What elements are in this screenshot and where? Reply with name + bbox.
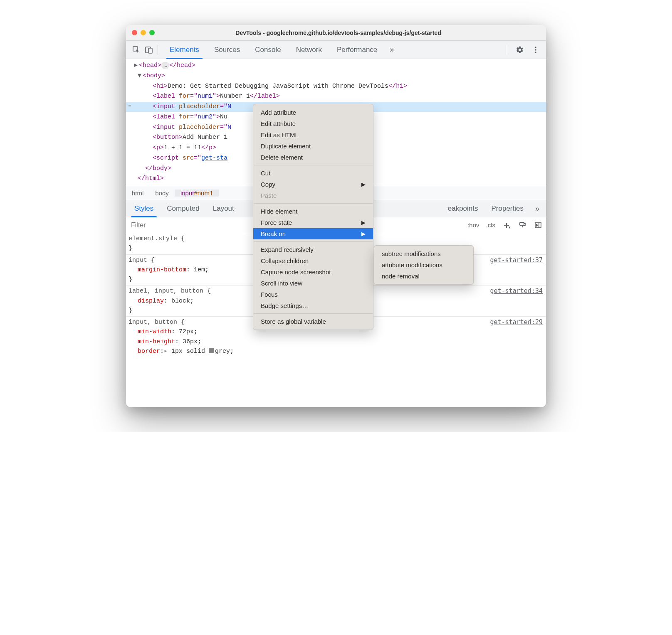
- crumb-body[interactable]: body: [149, 190, 175, 197]
- main-toolbar: Elements Sources Console Network Perform…: [126, 41, 546, 59]
- crumb-selected[interactable]: input#num1: [175, 190, 219, 197]
- ctx-scroll-into-view[interactable]: Scroll into view: [253, 278, 373, 289]
- kebab-menu-icon[interactable]: [529, 44, 542, 56]
- svg-point-4: [535, 49, 536, 51]
- tab-performance[interactable]: Performance: [329, 41, 385, 59]
- rule-source-link[interactable]: get-started:37: [490, 256, 543, 265]
- ctx-subtree-modifications[interactable]: subtree modifications: [374, 248, 473, 259]
- subtab-layout[interactable]: Layout: [206, 200, 241, 217]
- ctx-hide-element[interactable]: Hide element: [253, 206, 373, 217]
- tab-console[interactable]: Console: [247, 41, 288, 59]
- paint-icon[interactable]: [518, 221, 527, 230]
- color-swatch-icon[interactable]: [209, 348, 214, 353]
- context-submenu-break-on: subtree modifications attribute modifica…: [374, 245, 474, 285]
- dom-body-open[interactable]: ▼<body>: [126, 71, 546, 81]
- cls-toggle[interactable]: .cls: [486, 222, 496, 229]
- ctx-separator: [254, 203, 373, 204]
- svg-point-3: [535, 47, 536, 48]
- ctx-cut[interactable]: Cut: [253, 167, 373, 179]
- ctx-node-removal[interactable]: node removal: [374, 271, 473, 282]
- panel-tabs: Elements Sources Console Network Perform…: [162, 41, 399, 59]
- ctx-badge-settings[interactable]: Badge settings…: [253, 300, 373, 311]
- toolbar-divider: [158, 45, 158, 55]
- ctx-collapse-children[interactable]: Collapse children: [253, 255, 373, 266]
- sidebar-toggle-icon[interactable]: [534, 221, 543, 230]
- ctx-copy[interactable]: Copy▶: [253, 179, 373, 190]
- dom-head[interactable]: ▶<head>…</head>: [126, 61, 546, 71]
- subtab-properties[interactable]: Properties: [485, 200, 530, 217]
- svg-point-5: [535, 52, 536, 53]
- more-tabs-chevron-icon[interactable]: »: [385, 45, 399, 54]
- tab-elements[interactable]: Elements: [162, 41, 207, 59]
- ctx-break-on[interactable]: Break on▶: [253, 228, 373, 239]
- ctx-separator: [254, 165, 373, 165]
- devtools-window: DevTools - googlechrome.github.io/devtoo…: [126, 25, 546, 407]
- rule-source-link[interactable]: get-started:34: [490, 286, 543, 296]
- svg-rect-2: [148, 48, 152, 53]
- ctx-delete-element[interactable]: Delete element: [253, 152, 373, 163]
- ctx-store-global[interactable]: Store as global variable: [253, 316, 373, 327]
- ctx-attribute-modifications[interactable]: attribute modifications: [374, 259, 473, 271]
- ctx-add-attribute[interactable]: Add attribute: [253, 107, 373, 118]
- ellipsis-icon[interactable]: ⋯: [128, 102, 131, 111]
- tab-network[interactable]: Network: [289, 41, 329, 59]
- inspect-element-icon[interactable]: [130, 44, 143, 56]
- dom-h1[interactable]: <h1>Demo: Get Started Debugging JavaScri…: [126, 81, 546, 92]
- more-subtabs-chevron-icon[interactable]: »: [530, 204, 544, 213]
- settings-gear-icon[interactable]: [514, 44, 526, 56]
- subtab-computed[interactable]: Computed: [160, 200, 206, 217]
- chevron-right-icon: ▶: [361, 219, 366, 226]
- device-toggle-icon[interactable]: [143, 44, 155, 56]
- subtab-styles[interactable]: Styles: [128, 200, 160, 217]
- window-title: DevTools - googlechrome.github.io/devtoo…: [136, 30, 540, 36]
- ctx-focus[interactable]: Focus: [253, 289, 373, 300]
- svg-rect-6: [520, 222, 524, 225]
- titlebar: DevTools - googlechrome.github.io/devtoo…: [126, 25, 546, 41]
- ctx-force-state[interactable]: Force state▶: [253, 217, 373, 228]
- context-menu: Add attribute Edit attribute Edit as HTM…: [253, 104, 373, 330]
- ctx-duplicate-element[interactable]: Duplicate element: [253, 140, 373, 152]
- ctx-separator: [254, 313, 373, 314]
- rule-source-link[interactable]: get-started:29: [490, 318, 543, 327]
- ctx-separator: [254, 241, 373, 242]
- dom-label1[interactable]: <label for="num1">Number 1</label>: [126, 91, 546, 102]
- hov-toggle[interactable]: :hov: [467, 222, 479, 229]
- chevron-right-icon: ▶: [361, 181, 366, 187]
- toolbar-right: [503, 44, 542, 56]
- ctx-edit-as-html[interactable]: Edit as HTML: [253, 129, 373, 140]
- crumb-html[interactable]: html: [126, 190, 149, 197]
- ctx-edit-attribute[interactable]: Edit attribute: [253, 118, 373, 129]
- toolbar-divider-2: [506, 45, 506, 55]
- ctx-expand-recursively[interactable]: Expand recursively: [253, 244, 373, 255]
- tab-sources[interactable]: Sources: [207, 41, 247, 59]
- ctx-capture-screenshot[interactable]: Capture node screenshot: [253, 266, 373, 278]
- chevron-right-icon: ▶: [361, 231, 366, 237]
- subtab-breakpoints-partial[interactable]: eakpoints: [448, 200, 485, 217]
- ctx-paste: Paste: [253, 190, 373, 201]
- new-style-rule-plus-icon[interactable]: ▾: [502, 221, 511, 230]
- filter-actions: :hov .cls ▾: [467, 221, 543, 230]
